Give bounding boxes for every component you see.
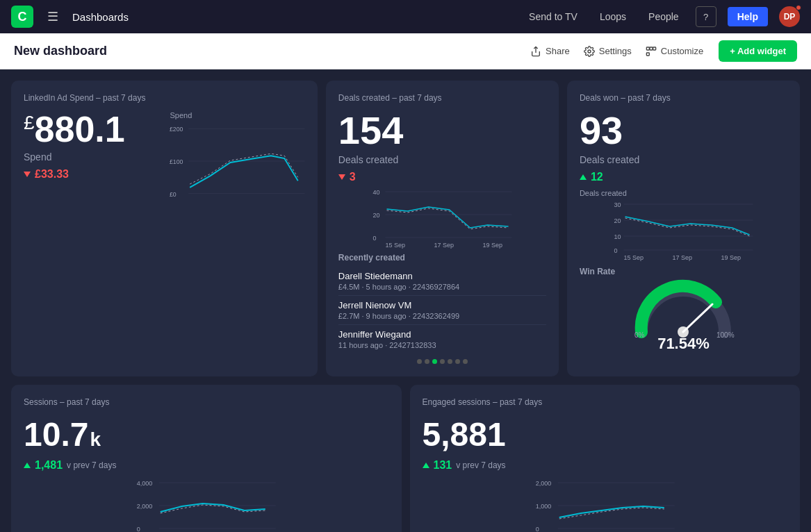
share-button[interactable]: Share	[523, 42, 577, 61]
linkedin-spend-value: £880.1	[24, 111, 158, 147]
svg-text:£0: £0	[170, 191, 177, 198]
recent-item-meta: 11 hours ago · 22427132833	[338, 341, 546, 349]
svg-rect-1	[646, 47, 649, 50]
svg-text:40: 40	[372, 189, 379, 196]
add-widget-button[interactable]: + Add widget	[719, 40, 797, 62]
sessions-delta: 1,481 v prev 7 days	[24, 459, 389, 472]
svg-point-0	[588, 50, 591, 53]
deals-created-delta: 3	[338, 171, 403, 183]
svg-line-35	[683, 304, 712, 332]
customize-button[interactable]: Customize	[639, 42, 710, 61]
nav-send-to-tv[interactable]: Send to TV	[523, 8, 583, 25]
sessions-delta-label: v prev 7 days	[67, 460, 116, 470]
engaged-delta-value: 131	[434, 459, 452, 472]
toolbar: New dashboard Share Settings Customize +…	[0, 33, 811, 69]
svg-text:15 Sep: 15 Sep	[189, 197, 208, 199]
dot[interactable]	[455, 359, 460, 364]
win-rate-label: Win Rate	[580, 267, 787, 276]
svg-text:15 Sep: 15 Sep	[623, 254, 644, 261]
linkedin-card-title: LinkedIn Ad Spend – past 7 days	[24, 93, 305, 103]
svg-text:0: 0	[137, 526, 140, 532]
engaged-delta: 131 v prev 7 days	[423, 459, 788, 472]
linkedin-chart-label: Spend	[170, 111, 304, 119]
recent-item-name: Darell Stiedemann	[338, 271, 546, 281]
top-grid: LinkedIn Ad Spend – past 7 days £880.1 S…	[11, 81, 800, 376]
recently-created-label: Recently created	[338, 253, 546, 263]
recent-item-meta: £2.7M · 9 hours ago · 22432362499	[338, 312, 546, 320]
sessions-card: Sessions – past 7 days 10.7 k 1,481 v pr…	[11, 385, 402, 532]
sessions-number: 10.7	[24, 415, 88, 454]
recent-item-name: Jenniffer Wiegand	[338, 329, 546, 340]
sessions-delta-value: 1,481	[35, 459, 63, 472]
nav-avatar[interactable]: DP	[779, 6, 800, 27]
sessions-number-display: 10.7 k	[24, 415, 389, 454]
nav-help-button[interactable]: Help	[728, 7, 768, 26]
deals-won-delta-value: 12	[591, 171, 603, 183]
dot[interactable]	[417, 359, 422, 364]
svg-text:17 Sep: 17 Sep	[434, 242, 454, 249]
svg-text:0: 0	[372, 235, 376, 242]
sessions-suffix: k	[90, 429, 101, 451]
linkedin-spend-chart: £200 £100 £0 15 Sep 17 Sep	[170, 122, 304, 199]
svg-rect-2	[650, 47, 653, 50]
svg-text:0: 0	[535, 526, 539, 532]
list-item: Jenniffer Wiegand 11 hours ago · 2242713…	[338, 325, 546, 354]
engaged-chart: 2,000 1,000 0 15 Sep 17 Sep 19 Sep	[423, 477, 788, 532]
deals-won-delta-up-icon	[580, 174, 587, 180]
svg-text:19 Sep: 19 Sep	[270, 197, 289, 199]
dot[interactable]	[440, 359, 445, 364]
deals-created-label: Deals created	[338, 154, 403, 165]
page-title: New dashboard	[14, 44, 107, 58]
sessions-chart: 4,000 2,000 0 15 Sep 17 Sep 19 Sep	[24, 477, 389, 532]
pagination-dots	[338, 359, 546, 364]
svg-text:17 Sep: 17 Sep	[229, 197, 249, 199]
sessions-title: Sessions – past 7 days	[24, 397, 389, 407]
engaged-sessions-card: Engaged sessions – past 7 days 5,881 131…	[410, 385, 801, 532]
linkedin-left: £880.1 Spend £33.33	[24, 111, 158, 201]
dot[interactable]	[448, 359, 452, 364]
dot[interactable]	[425, 359, 429, 364]
nav-title: Dashboards	[72, 11, 129, 23]
deals-won-chart: 30 20 10 0 15 Sep 17 Sep 19 Sep	[580, 199, 787, 261]
svg-text:17 Sep: 17 Sep	[672, 254, 692, 261]
nav-logo: C	[11, 6, 33, 28]
linkedin-spend-label: Spend	[24, 151, 158, 163]
svg-text:20: 20	[614, 217, 621, 224]
svg-text:0%: 0%	[634, 331, 645, 339]
engaged-number: 5,881	[423, 415, 788, 454]
linkedin-card: LinkedIn Ad Spend – past 7 days £880.1 S…	[11, 81, 318, 376]
win-rate-value: 71.54%	[580, 335, 787, 353]
top-nav: C ☰ Dashboards Send to TV Loops People ?…	[0, 0, 811, 33]
svg-rect-4	[646, 53, 649, 56]
svg-text:19 Sep: 19 Sep	[721, 254, 741, 261]
hamburger-icon[interactable]: ☰	[44, 6, 61, 27]
svg-text:2,000: 2,000	[535, 480, 551, 487]
dot-active[interactable]	[432, 359, 437, 364]
engaged-delta-label: v prev 7 days	[456, 460, 505, 470]
recent-item-name: Jerrell Nienow VM	[338, 300, 546, 310]
deals-won-title: Deals won – past 7 days	[580, 93, 787, 103]
deals-created-card: Deals created – past 7 days 154 Deals cr…	[326, 81, 559, 376]
linkedin-delta: £33.33	[24, 168, 158, 181]
svg-text:20: 20	[372, 212, 379, 219]
svg-text:£100: £100	[170, 158, 183, 165]
svg-text:100%: 100%	[716, 331, 735, 339]
nav-loops[interactable]: Loops	[594, 8, 632, 25]
deals-created-number: 154	[338, 111, 403, 150]
engaged-delta-up-icon	[423, 463, 429, 468]
svg-text:15 Sep: 15 Sep	[385, 242, 405, 249]
nav-help-icon[interactable]: ?	[696, 6, 716, 27]
deals-won-number: 93	[580, 111, 787, 150]
win-rate-gauge: 0% 100% 71.54%	[580, 276, 787, 353]
svg-text:30: 30	[614, 201, 621, 208]
settings-button[interactable]: Settings	[577, 42, 639, 61]
svg-text:4,000: 4,000	[137, 480, 153, 487]
svg-text:10: 10	[614, 233, 621, 240]
nav-people[interactable]: People	[643, 8, 685, 25]
svg-rect-3	[653, 47, 655, 50]
svg-text:1,000: 1,000	[535, 503, 551, 510]
svg-text:2,000: 2,000	[137, 503, 153, 510]
dot[interactable]	[463, 359, 468, 364]
deals-delta-value: 3	[350, 171, 356, 183]
engaged-title: Engaged sessions – past 7 days	[423, 397, 788, 407]
